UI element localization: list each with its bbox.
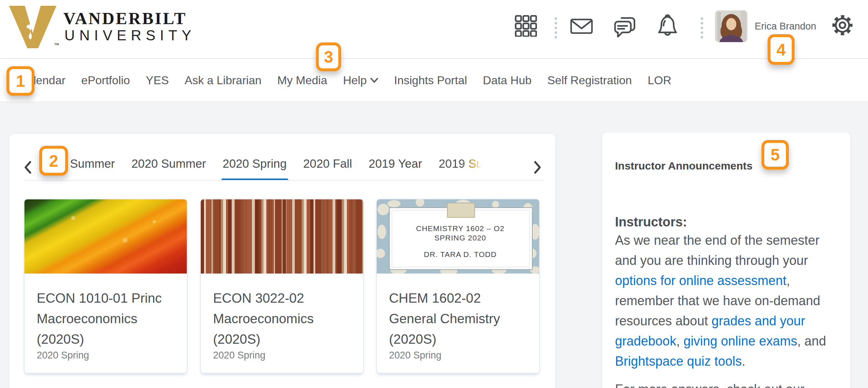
tab-label: 2020 Summer (131, 157, 206, 170)
chevron-down-icon (370, 78, 378, 83)
trademark-symbol: ™ (54, 42, 59, 48)
nav-item-help[interactable]: Help (335, 74, 386, 87)
instructor-announcements-panel: Instructor Announcements Instructors: As… (602, 132, 850, 388)
brand-wordmark-line1: VANDERBILT (63, 9, 187, 28)
announcements-subheading: Instructors: (615, 215, 687, 230)
som-mark-4-user-menu[interactable]: 4 (768, 34, 795, 65)
carousel-next-icon[interactable] (534, 155, 544, 180)
course-title: ECON 3022-02 Macroeconomics (2020S) (213, 288, 314, 349)
nav-label: My Media (277, 74, 327, 87)
nav-label: Help (343, 74, 367, 87)
vanderbilt-v-logo-icon[interactable] (9, 6, 56, 48)
nav-item-data-hub[interactable]: Data Hub (475, 74, 539, 87)
chat-icon[interactable] (614, 14, 637, 37)
nav-item-eportfolio[interactable]: ePortfolio (73, 74, 138, 87)
nav-label: Self Registration (547, 74, 632, 87)
course-card-econ-3022[interactable]: ECON 3022-02 Macroeconomics (2020S) 2020… (200, 199, 364, 374)
nav-label: Data Hub (483, 74, 532, 87)
slide-course-line: CHEMISTRY 1602 – O2 (416, 224, 505, 233)
course-title: CHEM 1602-02 General Chemistry (2020S) (389, 288, 500, 349)
main-navbar: Calendar ePortfolio YES Ask a Librarian … (0, 59, 868, 102)
tab-label: 2019 Year (369, 157, 422, 170)
course-term: 2020 Spring (389, 350, 442, 361)
nav-label: LOR (648, 74, 672, 87)
nav-label: YES (146, 74, 169, 87)
course-card-econ-1010[interactable]: ECON 1010-01 Princ Macroeconomics (2020S… (24, 199, 187, 374)
nav-label: Insights Portal (394, 74, 467, 87)
course-title: ECON 1010-01 Princ Macroeconomics (2020S… (37, 288, 162, 349)
bell-icon[interactable] (658, 14, 677, 37)
carousel-prev-icon[interactable] (24, 155, 35, 180)
tab-2019-year[interactable]: 2019 Year (369, 149, 422, 180)
user-avatar[interactable] (715, 10, 747, 42)
my-courses-panel: 2020 Summer 2020 Summer 2020 Spring 2020… (9, 134, 555, 388)
course-cover-pine-forest (201, 199, 363, 274)
tab-2020-summer-2[interactable]: 2020 Summer (131, 149, 206, 180)
tab-2020-fall[interactable]: 2020 Fall (303, 149, 352, 180)
slide-instructor-line: DR. TARA D. TODD (424, 250, 497, 258)
mail-icon[interactable] (570, 19, 593, 34)
tab-label: 2019 Su (439, 157, 483, 170)
som-mark-2-carousel-tabs[interactable]: 2 (39, 146, 68, 176)
link-brightspace-quiz-tools[interactable]: Brightspace quiz tools (615, 354, 742, 369)
tab-2019-summer-truncated[interactable]: 2019 Su (439, 149, 483, 180)
nav-item-yes[interactable]: YES (138, 74, 177, 87)
link-options-for-online-assessment[interactable]: options for online assessment (615, 273, 786, 288)
header-divider-dots (555, 17, 557, 41)
tab-2020-spring-active[interactable]: 2020 Spring (223, 149, 287, 180)
nav-item-my-media[interactable]: My Media (270, 74, 335, 87)
som-mark-5-announcements[interactable]: 5 (761, 140, 789, 170)
nav-item-self-registration[interactable]: Self Registration (539, 74, 640, 87)
term-tabs: 2020 Summer 2020 Summer 2020 Spring 2020… (40, 149, 534, 180)
top-header: ™ VANDERBILT UNIVERSITY (0, 0, 868, 59)
term-tabstrip: 2020 Summer 2020 Summer 2020 Spring 2020… (9, 134, 555, 181)
link-grades-and-your-gradebook[interactable]: grades and your (711, 313, 805, 328)
nav-item-lor[interactable]: LOR (640, 74, 679, 87)
active-tab-underline (221, 179, 288, 180)
nav-item-insights-portal[interactable]: Insights Portal (386, 74, 475, 87)
course-term: 2020 Spring (213, 350, 266, 361)
tab-label: 2020 Fall (303, 157, 352, 170)
som-mark-3-my-media[interactable]: 3 (316, 42, 341, 71)
announcements-heading: Instructor Announcements (615, 160, 752, 172)
header-divider-dots (701, 17, 704, 41)
tab-label: 2020 Spring (223, 157, 287, 170)
announcement-paragraph-2: For more answers, check out our (615, 379, 804, 388)
settings-gear-icon[interactable] (831, 13, 854, 37)
course-cover-colored-pencils (24, 199, 187, 274)
app-grid-icon[interactable] (515, 15, 537, 37)
slide-term-line: SPRING 2020 (434, 234, 486, 242)
course-cover-title-slide: CHEMISTRY 1602 – O2 SPRING 2020 DR. TARA… (377, 199, 539, 274)
link-giving-online-exams[interactable]: giving online exams (683, 334, 797, 348)
brand-wordmark-line2: UNIVERSITY (64, 27, 196, 44)
course-card-chem-1602[interactable]: CHEMISTRY 1602 – O2 SPRING 2020 DR. TARA… (376, 199, 540, 374)
nav-item-ask-a-librarian[interactable]: Ask a Librarian (177, 74, 269, 87)
announcement-paragraph: As we near the end of the semester and y… (615, 230, 826, 371)
link-gradebook-continued[interactable]: gradebook (615, 334, 676, 348)
som-mark-1-nav-calendar[interactable]: 1 (6, 66, 35, 96)
course-term: 2020 Spring (37, 350, 89, 361)
nav-label: Ask a Librarian (185, 74, 261, 87)
nav-label: ePortfolio (81, 74, 130, 87)
user-name[interactable]: Erica Brandon (755, 21, 816, 32)
